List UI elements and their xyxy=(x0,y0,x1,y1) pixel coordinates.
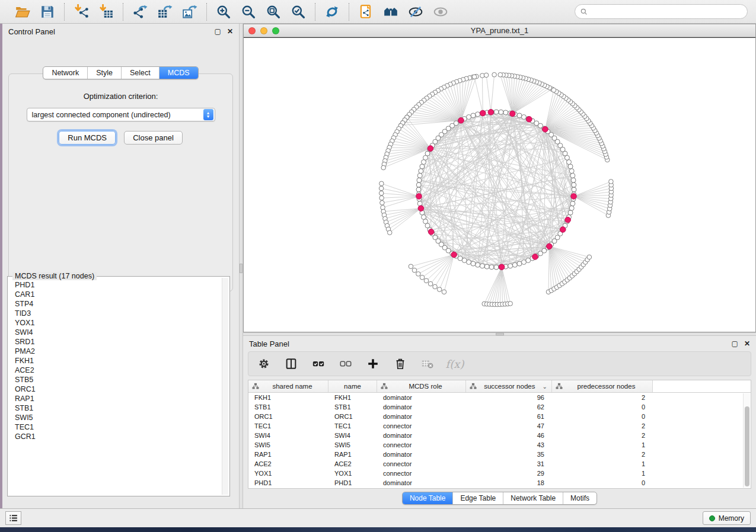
table-scrollbar-thumb[interactable] xyxy=(745,406,749,486)
column-header-successor-nodes[interactable]: successor nodes⌄ xyxy=(466,380,552,392)
refresh-icon[interactable] xyxy=(324,4,340,20)
run-mcds-button[interactable]: Run MCDS xyxy=(59,131,116,145)
table-row[interactable]: PHD1PHD1dominator180 xyxy=(248,478,751,488)
close-panel-button[interactable]: Close panel xyxy=(124,131,183,145)
network-from-selection-icon[interactable] xyxy=(358,4,374,20)
export-network-icon[interactable] xyxy=(132,4,148,20)
close-panel-icon[interactable]: ✕ xyxy=(744,340,750,347)
status-bar: Memory xyxy=(0,508,756,527)
open-file-icon[interactable] xyxy=(14,4,31,20)
network-graph[interactable] xyxy=(244,38,755,332)
table-cell: 1 xyxy=(552,441,653,448)
table-row[interactable]: SWI4SWI4dominator462 xyxy=(248,431,751,440)
optimization-criterion-select[interactable]: largest connected component (undirected)… xyxy=(27,108,215,121)
mcds-list-item[interactable]: PMA2 xyxy=(15,347,221,356)
column-header-MCDS-role[interactable]: MCDS role xyxy=(377,380,466,392)
memory-button[interactable]: Memory xyxy=(703,511,751,525)
tab-network-table[interactable]: Network Table xyxy=(503,492,563,504)
mcds-list-item[interactable]: CAR1 xyxy=(15,290,221,299)
table-cell: ORC1 xyxy=(328,413,377,420)
mcds-list-item[interactable]: ACE2 xyxy=(15,366,221,375)
mcds-list-item[interactable]: SWI5 xyxy=(15,413,221,422)
divider-handle[interactable] xyxy=(240,264,243,273)
table-row[interactable]: SWI5SWI5connector431 xyxy=(248,440,751,450)
mcds-list-item[interactable]: YOX1 xyxy=(15,318,221,328)
tab-motifs[interactable]: Motifs xyxy=(563,492,596,504)
mcds-list-item[interactable]: ORC1 xyxy=(15,384,221,394)
hide-graphics-icon[interactable] xyxy=(407,4,424,20)
table-cell: 0 xyxy=(552,479,653,486)
tab-style[interactable]: Style xyxy=(87,67,121,79)
deselect-all-icon[interactable] xyxy=(339,357,353,371)
import-table-icon[interactable] xyxy=(98,4,114,20)
float-panel-icon[interactable]: ▢ xyxy=(215,28,221,35)
zoom-fit-icon[interactable] xyxy=(265,4,282,20)
search-network-icon[interactable] xyxy=(382,4,399,20)
mcds-list-item[interactable]: TID3 xyxy=(15,309,221,318)
table-cell: 2 xyxy=(552,422,653,430)
table-cell: STB1 xyxy=(248,403,328,411)
mcds-list-item[interactable]: STB1 xyxy=(15,403,221,413)
float-panel-icon[interactable]: ▢ xyxy=(732,340,738,347)
zoom-out-icon[interactable] xyxy=(240,4,257,20)
mcds-list-item[interactable]: SRD1 xyxy=(15,337,221,347)
tab-select[interactable]: Select xyxy=(121,67,159,79)
column-header-predecessor-nodes[interactable]: predecessor nodes xyxy=(552,380,653,392)
table-row[interactable]: YOX1YOX1connector291 xyxy=(248,469,751,478)
mcds-result-list[interactable]: PHD1CAR1STP4TID3YOX1SWI4SRD1PMA2FKH1ACE2… xyxy=(9,279,221,495)
import-network-icon[interactable] xyxy=(73,4,90,20)
export-table-icon[interactable] xyxy=(157,4,173,20)
select-all-icon[interactable] xyxy=(311,357,326,371)
table-cell: SWI4 xyxy=(328,432,377,439)
mcds-list-item[interactable]: SWI4 xyxy=(15,328,221,337)
tab-edge-table[interactable]: Edge Table xyxy=(452,492,503,504)
network-view-titlebar[interactable]: YPA_prune.txt_1 xyxy=(244,24,755,37)
task-history-button[interactable] xyxy=(5,511,21,525)
network-canvas[interactable] xyxy=(244,37,755,332)
table-panel-title: Table Panel xyxy=(249,339,289,348)
divider-handle[interactable] xyxy=(496,333,504,335)
tab-mcds[interactable]: MCDS xyxy=(159,67,198,79)
export-image-icon[interactable] xyxy=(181,4,198,20)
search-input[interactable] xyxy=(592,8,742,16)
mcds-list-item[interactable]: FKH1 xyxy=(15,356,221,366)
control-panel: Control Panel ▢ ✕ NetworkStyleSelectMCDS… xyxy=(2,24,239,508)
show-columns-icon[interactable] xyxy=(284,357,298,371)
tab-network[interactable]: Network xyxy=(43,67,87,79)
table-tabs: Node TableEdge TableNetwork TableMotifs xyxy=(402,492,597,505)
table-cell: ACE2 xyxy=(328,460,377,467)
optimization-criterion-value: largest connected component (undirected) xyxy=(27,111,203,119)
table-cell: ORC1 xyxy=(248,413,328,420)
settings-icon[interactable] xyxy=(257,357,271,371)
add-column-icon[interactable] xyxy=(366,357,380,371)
zoom-selected-icon[interactable] xyxy=(290,4,307,20)
search-box[interactable] xyxy=(575,4,748,19)
table-cell: 0 xyxy=(552,403,653,411)
table-row[interactable]: ORC1ORC1dominator610 xyxy=(248,412,751,421)
mcds-list-item[interactable]: RAP1 xyxy=(15,394,221,403)
column-header-shared-name[interactable]: shared name xyxy=(248,380,328,392)
mcds-list-item[interactable]: PHD1 xyxy=(15,280,221,290)
mcds-list-item[interactable]: STP4 xyxy=(15,299,221,309)
table-row[interactable]: ACE2ACE2connector311 xyxy=(248,459,751,469)
mcds-list-item[interactable]: TEC1 xyxy=(15,422,221,432)
tab-node-table[interactable]: Node Table xyxy=(403,492,453,504)
close-panel-icon[interactable]: ✕ xyxy=(227,28,233,35)
mcds-result-scrollbar[interactable] xyxy=(222,278,228,495)
table-row[interactable]: FKH1FKH1dominator962 xyxy=(248,393,751,402)
mcds-list-item[interactable]: GCR1 xyxy=(15,432,221,441)
mcds-tab-pane: Optimization criterion: largest connecte… xyxy=(8,73,233,291)
vertical-split-divider[interactable] xyxy=(239,24,243,508)
mcds-list-item[interactable]: STB5 xyxy=(15,375,221,384)
delete-icon[interactable] xyxy=(393,357,407,371)
table-cell: dominator xyxy=(377,432,466,439)
table-cell: TEC1 xyxy=(248,422,328,430)
table-row[interactable]: RAP1RAP1dominator352 xyxy=(248,450,751,459)
zoom-in-icon[interactable] xyxy=(215,4,232,20)
table-cell: PHD1 xyxy=(248,479,328,486)
table-row[interactable]: STB1STB1dominator620 xyxy=(248,402,751,412)
column-header-name[interactable]: name xyxy=(328,380,377,392)
table-scrollbar[interactable] xyxy=(743,393,750,488)
table-row[interactable]: TEC1TEC1connector472 xyxy=(248,421,751,431)
save-session-icon[interactable] xyxy=(39,4,56,20)
